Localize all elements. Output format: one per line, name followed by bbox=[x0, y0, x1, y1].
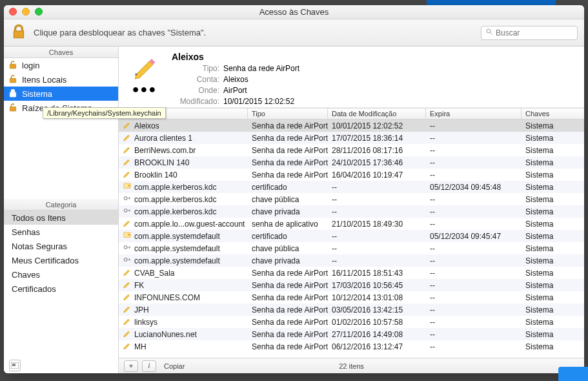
table-row[interactable]: MHSenha da rede AirPort06/12/2016 13:12:… bbox=[119, 340, 584, 353]
cell-keychain: Sistema bbox=[522, 256, 584, 265]
keychain-item[interactable]: Sistema bbox=[4, 87, 118, 101]
cell-modified: -- bbox=[328, 232, 426, 241]
table-row[interactable]: linksysSenha da rede AirPort01/02/2016 1… bbox=[119, 316, 584, 328]
category-label: Todos os Itens bbox=[12, 213, 66, 223]
cell-type: certificado bbox=[248, 232, 328, 241]
table-row[interactable]: com.apple.lo...ow.guest-accountsenha de … bbox=[119, 218, 584, 230]
info-button[interactable]: i bbox=[142, 360, 156, 372]
cell-type: chave pública bbox=[248, 195, 328, 204]
cell-type: chave privada bbox=[248, 207, 328, 216]
cell-expires: -- bbox=[426, 170, 522, 180]
svg-point-0 bbox=[487, 29, 491, 33]
category-item[interactable]: Senhas bbox=[4, 225, 118, 239]
cell-expires: -- bbox=[426, 330, 522, 339]
table-row[interactable]: com.apple.kerberos.kdccertificado--05/12… bbox=[119, 181, 584, 193]
search-field[interactable] bbox=[481, 26, 578, 40]
table-row[interactable]: CVAB_SalaSenha da rede AirPort16/11/2015… bbox=[119, 267, 584, 279]
detail-where-label: Onde: bbox=[172, 85, 219, 96]
cell-modified: 06/12/2016 13:12:47 bbox=[328, 342, 426, 351]
cell-type: Senha da rede AirPort bbox=[248, 121, 328, 130]
category-label: Chaves bbox=[12, 270, 40, 280]
category-item[interactable]: Meus Certificados bbox=[4, 253, 118, 267]
cell-type: Senha da rede AirPort bbox=[248, 305, 328, 314]
pencil-icon bbox=[123, 267, 132, 278]
svg-rect-5 bbox=[10, 107, 15, 111]
search-input[interactable] bbox=[496, 28, 573, 37]
keychain-item[interactable]: login bbox=[4, 58, 118, 72]
col-type[interactable]: Tipo bbox=[248, 108, 328, 119]
cell-modified: 16/11/2015 18:51:43 bbox=[328, 269, 426, 278]
table-row[interactable]: INFONUNES.COMSenha da rede AirPort10/12/… bbox=[119, 291, 584, 304]
toolbar-message: Clique para desbloquear as chaves "Siste… bbox=[34, 28, 474, 37]
add-item-button[interactable]: + bbox=[124, 360, 138, 372]
zoom-window-button[interactable] bbox=[35, 8, 43, 15]
table-row[interactable]: com.apple.kerberos.kdcchave pública----S… bbox=[119, 193, 584, 205]
unlock-keychain-button[interactable] bbox=[10, 23, 27, 43]
table-row[interactable]: com.apple.kerberos.kdcchave privada----S… bbox=[119, 205, 584, 218]
table-row[interactable]: com.apple.systemdefaultcertificado--05/1… bbox=[119, 230, 584, 242]
password-dots: ●●● bbox=[132, 83, 157, 96]
cell-modified: -- bbox=[328, 256, 426, 265]
category-item[interactable]: Certificados bbox=[4, 282, 118, 296]
cell-keychain: Sistema bbox=[522, 183, 584, 192]
cell-name: MH bbox=[134, 342, 147, 351]
cell-name: linksys bbox=[134, 318, 157, 327]
cell-name: com.apple.kerberos.kdc bbox=[134, 183, 216, 192]
cell-keychain: Sistema bbox=[522, 330, 584, 339]
detail-account-label: Conta: bbox=[172, 74, 219, 85]
table-row[interactable]: Aurora clientes 1Senha da rede AirPort17… bbox=[119, 132, 584, 144]
search-icon bbox=[485, 28, 493, 37]
cell-name: BROOKLIN 140 bbox=[134, 158, 189, 167]
col-keychain[interactable]: Chaves bbox=[522, 108, 584, 119]
cell-keychain: Sistema bbox=[522, 293, 584, 302]
cell-expires: -- bbox=[426, 134, 522, 143]
cell-modified: -- bbox=[328, 183, 426, 192]
cell-name: JPH bbox=[134, 305, 149, 314]
col-expires[interactable]: Expira bbox=[426, 108, 522, 119]
table-row[interactable]: com.apple.systemdefaultchave pública----… bbox=[119, 242, 584, 254]
col-modified[interactable]: Data de Modificação bbox=[328, 108, 426, 119]
table-row[interactable]: com.apple.systemdefaultchave privada----… bbox=[119, 254, 584, 267]
category-item[interactable]: Notas Seguras bbox=[4, 239, 118, 253]
path-tooltip: /Library/Keychains/System.keychain bbox=[43, 107, 166, 119]
table-row[interactable]: LucianoNunes.netSenha da rede AirPort27/… bbox=[119, 328, 584, 340]
show-preview-toggle[interactable] bbox=[9, 360, 21, 371]
pencil-icon bbox=[123, 304, 132, 315]
cell-keychain: Sistema bbox=[522, 281, 584, 290]
lock-closed-icon bbox=[8, 88, 18, 100]
svg-rect-4 bbox=[10, 92, 15, 97]
pencil-icon bbox=[123, 292, 132, 303]
cell-modified: 10/12/2014 13:01:08 bbox=[328, 293, 426, 302]
cell-expires: -- bbox=[426, 195, 522, 204]
detail-account: Aleixos bbox=[223, 75, 248, 84]
cell-expires: -- bbox=[426, 220, 522, 229]
category-item[interactable]: Todos os Itens bbox=[4, 211, 118, 225]
detail-type: Senha da rede AirPort bbox=[223, 64, 299, 73]
cell-expires: 05/12/2034 09:45:48 bbox=[426, 183, 522, 192]
cell-keychain: Sistema bbox=[522, 220, 584, 229]
cell-keychain: Sistema bbox=[522, 121, 584, 130]
keychain-item[interactable]: Itens Locais bbox=[4, 72, 118, 87]
detail-where: AirPort bbox=[223, 86, 247, 95]
cert-icon bbox=[123, 231, 132, 242]
cell-type: Senha da rede AirPort bbox=[248, 158, 328, 167]
close-window-button[interactable] bbox=[9, 8, 17, 15]
table-row[interactable]: Brooklin 140Senha da rede AirPort16/04/2… bbox=[119, 169, 584, 181]
cell-modified: 01/02/2016 10:57:58 bbox=[328, 318, 426, 327]
table-row[interactable]: BROOKLIN 140Senha da rede AirPort24/10/2… bbox=[119, 156, 584, 169]
keychain-window: Acesso às Chaves Clique para desbloquear… bbox=[4, 5, 584, 373]
cell-keychain: Sistema bbox=[522, 170, 584, 180]
cell-keychain: Sistema bbox=[522, 158, 584, 167]
minimize-window-button[interactable] bbox=[22, 8, 30, 15]
table-row[interactable]: JPHSenha da rede AirPort03/05/2016 13:42… bbox=[119, 304, 584, 316]
content-pane: ●●● Aleixos Tipo:Senha da rede AirPort C… bbox=[119, 46, 584, 373]
key-icon bbox=[123, 243, 132, 254]
category-item[interactable]: Chaves bbox=[4, 267, 118, 282]
table-row[interactable]: AleixosSenha da rede AirPort10/01/2015 1… bbox=[119, 119, 584, 132]
titlebar[interactable]: Acesso às Chaves bbox=[4, 5, 584, 19]
cell-modified: 17/03/2016 10:56:45 bbox=[328, 281, 426, 290]
table-body[interactable]: AleixosSenha da rede AirPort10/01/2015 1… bbox=[119, 119, 584, 358]
table-row[interactable]: BerriNews.com.brSenha da rede AirPort28/… bbox=[119, 144, 584, 156]
table-row[interactable]: FKSenha da rede AirPort17/03/2016 10:56:… bbox=[119, 279, 584, 291]
svg-rect-3 bbox=[10, 78, 15, 83]
